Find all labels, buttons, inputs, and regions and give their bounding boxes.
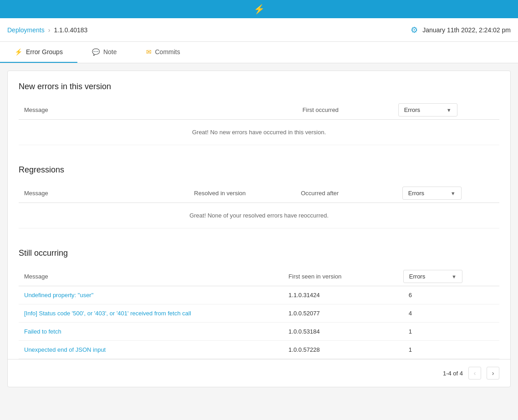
table-row: [Info] Status code '500', or '403', or '… [19,304,499,323]
chevron-down-icon: ▼ [452,274,457,279]
regressions-section: Regressions Message Resolved in version … [8,154,510,228]
header-right: ⚙ January 11th 2022, 2:24:02 pm [411,25,511,35]
tab-note[interactable]: 💬 Note [77,42,132,63]
new-errors-first-occurred-header: First occurred [297,101,398,120]
deployments-link[interactable]: Deployments [7,26,45,34]
still-occurring-message-cell: Unexpected end of JSON input [19,341,283,359]
still-occurring-dropdown[interactable]: Errors ▼ [403,270,462,283]
regressions-table: Message Resolved in version Occurred aft… [19,184,499,228]
still-occurring-message-link[interactable]: Undefined property: "user" [24,292,93,299]
still-occurring-version-cell: 1.0.0.57228 [283,341,403,359]
still-occurring-version-cell: 1.0.0.53184 [283,323,403,341]
still-occurring-version-header: First seen in version [283,267,403,286]
chevron-down-icon: ▼ [447,107,452,113]
table-row: Unexpected end of JSON input 1.0.0.57228… [19,341,499,359]
regressions-occurred-header: Occurred after [295,184,402,203]
bolt-icon: ⚡ [15,48,22,56]
pagination: 1-4 of 4 ‹ › [8,359,510,387]
regressions-resolved-header: Resolved in version [188,184,295,203]
lightning-icon: ⚡ [254,4,265,15]
still-occurring-title: Still occurring [19,248,499,258]
still-occurring-errors-cell: 1 [403,323,499,341]
regressions-errors-header: Errors ▼ [402,184,499,203]
table-row: Failed to fetch 1.0.0.53184 1 [19,323,499,341]
new-errors-section: New errors in this version Message First… [8,71,510,145]
breadcrumb-separator: › [48,26,51,34]
tab-error-groups-label: Error Groups [26,48,63,56]
send-icon: ✉ [146,48,152,56]
pagination-next-button[interactable]: › [487,367,499,380]
new-errors-errors-header: Errors ▼ [398,101,499,120]
still-occurring-message-link[interactable]: Failed to fetch [24,328,61,335]
top-bar: ⚡ [0,0,518,18]
new-errors-empty-row: Great! No new errors have occurred in th… [19,120,499,145]
timestamp: January 11th 2022, 2:24:02 pm [422,26,511,34]
still-occurring-errors-cell: 6 [403,286,499,304]
main-content: New errors in this version Message First… [7,71,511,387]
breadcrumb: Deployments › 1.1.0.40183 [7,26,87,34]
regressions-empty-row: Great! None of your resolved errors have… [19,203,499,228]
tab-error-groups[interactable]: ⚡ Error Groups [0,42,77,63]
tab-commits[interactable]: ✉ Commits [132,42,195,63]
new-errors-title: New errors in this version [19,82,499,91]
settings-icon[interactable]: ⚙ [411,25,418,35]
new-errors-dropdown[interactable]: Errors ▼ [398,103,457,116]
still-occurring-section: Still occurring Message First seen in ve… [8,238,510,359]
still-occurring-message-cell: Failed to fetch [19,323,283,341]
still-occurring-table: Message First seen in version Errors ▼ U… [19,267,499,359]
tabs-bar: ⚡ Error Groups 💬 Note ✉ Commits [0,42,518,63]
pagination-info: 1-4 of 4 [443,370,463,377]
tab-commits-label: Commits [155,48,180,56]
still-occurring-version-cell: 1.0.0.52077 [283,304,403,323]
still-occurring-message-header: Message [19,267,283,286]
new-errors-table: Message First occurred Errors ▼ Great! N… [19,101,499,145]
chat-icon: 💬 [92,48,100,56]
still-occurring-message-link[interactable]: [Info] Status code '500', or '403', or '… [24,310,191,317]
pagination-prev-button[interactable]: ‹ [468,367,481,380]
still-occurring-message-link[interactable]: Unexpected end of JSON input [24,346,106,353]
still-occurring-errors-cell: 4 [403,304,499,323]
regressions-message-header: Message [19,184,188,203]
table-row: Undefined property: "user" 1.1.0.31424 6 [19,286,499,304]
regressions-dropdown[interactable]: Errors ▼ [402,187,462,200]
regressions-empty-message: Great! None of your resolved errors have… [19,203,499,228]
regressions-title: Regressions [19,165,499,175]
breadcrumb-bar: Deployments › 1.1.0.40183 ⚙ January 11th… [0,18,518,42]
still-occurring-message-cell: [Info] Status code '500', or '403', or '… [19,304,283,323]
new-errors-message-header: Message [19,101,297,120]
breadcrumb-current: 1.1.0.40183 [54,26,87,34]
still-occurring-errors-cell: 1 [403,341,499,359]
still-occurring-version-cell: 1.1.0.31424 [283,286,403,304]
new-errors-empty-message: Great! No new errors have occurred in th… [19,120,499,145]
still-occurring-message-cell: Undefined property: "user" [19,286,283,304]
tab-note-label: Note [103,48,117,56]
still-occurring-errors-header: Errors ▼ [403,267,499,286]
chevron-down-icon: ▼ [451,191,456,196]
